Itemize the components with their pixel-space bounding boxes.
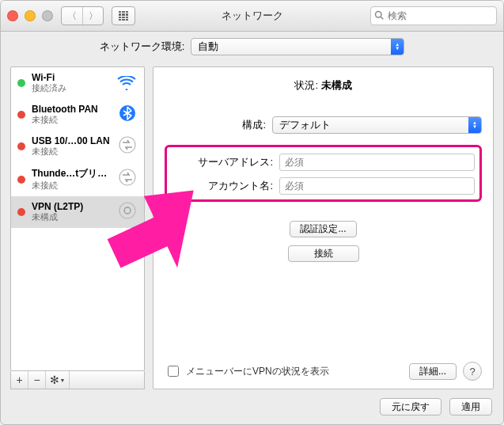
service-sidebar: Wi-Fi 接続済み Bluetooth PAN 未接続 <box>10 66 145 371</box>
help-icon: ? <box>469 366 475 378</box>
service-status: 未接続 <box>32 180 111 192</box>
detail-pane: 状況: 未構成 構成: デフォルト ▲▼ サーバアドレス: <box>153 66 494 389</box>
forward-button[interactable]: 〉 <box>82 7 103 25</box>
close-button[interactable] <box>7 10 18 21</box>
chevron-right-icon: 〉 <box>89 9 98 23</box>
help-button[interactable]: ? <box>463 362 482 381</box>
svg-point-4 <box>119 169 135 185</box>
account-name-label: アカウント名: <box>172 179 273 193</box>
action-buttons: 認証設定... 接続 <box>165 221 482 262</box>
svg-point-3 <box>119 137 135 153</box>
menubar-checkbox-label: メニューバーにVPNの状況を表示 <box>186 365 329 378</box>
status-dot <box>17 79 25 87</box>
service-name: VPN (L2TP) <box>32 201 111 212</box>
account-name-input[interactable] <box>279 177 475 195</box>
bluetooth-icon <box>117 104 138 126</box>
ethernet-icon <box>117 136 138 157</box>
status-dot <box>17 208 25 216</box>
sidebar-wrap: Wi-Fi 接続済み Bluetooth PAN 未接続 <box>10 66 145 389</box>
svg-point-5 <box>119 203 135 218</box>
search-icon <box>374 10 384 22</box>
svg-point-6 <box>124 207 131 214</box>
status-dot <box>17 142 25 150</box>
service-name: Wi-Fi <box>32 72 111 83</box>
highlighted-fields: サーバアドレス: アカウント名: <box>165 145 482 202</box>
minimize-button[interactable] <box>25 10 36 21</box>
config-row: 構成: デフォルト ▲▼ <box>165 116 482 134</box>
apply-button[interactable]: 適用 <box>449 398 492 416</box>
sidebar-footer: + − ✻▼ <box>10 371 145 389</box>
chevron-down-icon: ▼ <box>60 378 66 383</box>
location-select[interactable]: 自動 ▲▼ <box>191 38 404 55</box>
status-dot <box>17 111 25 119</box>
chevron-left-icon: 〈 <box>67 9 77 23</box>
config-label: 構成: <box>165 118 266 132</box>
detail-footer: メニューバーにVPNの状況を表示 詳細... ? <box>165 357 482 381</box>
service-item-usb-lan[interactable]: USB 10/…00 LAN 未接続 <box>11 131 144 162</box>
service-name: USB 10/…00 LAN <box>32 135 111 146</box>
bridge-icon <box>117 169 138 190</box>
nav-buttons: 〈 〉 <box>61 6 104 25</box>
network-window: 〈 〉 ネットワーク ネットワーク環境: 自動 ▲▼ <box>0 0 504 425</box>
remove-service-button[interactable]: − <box>28 371 46 389</box>
service-status: 未接続 <box>32 146 111 157</box>
revert-button[interactable]: 元に戻す <box>380 398 441 416</box>
svg-line-1 <box>381 17 383 19</box>
advanced-button[interactable]: 詳細... <box>409 363 457 380</box>
auth-settings-button[interactable]: 認証設定... <box>290 221 356 237</box>
service-item-vpn[interactable]: VPN (L2TP) 未構成 <box>11 196 144 228</box>
status-label: 状況: <box>294 79 318 91</box>
location-row: ネットワーク環境: 自動 ▲▼ <box>1 32 503 62</box>
traffic-lights <box>7 10 53 21</box>
wifi-icon <box>117 76 138 90</box>
grid-icon <box>119 11 128 21</box>
show-all-button[interactable] <box>112 6 135 25</box>
gear-icon: ✻ <box>50 374 59 386</box>
show-vpn-menubar-checkbox[interactable] <box>168 366 179 377</box>
location-label: ネットワーク環境: <box>100 40 185 54</box>
menubar-checkbox-row[interactable]: メニューバーにVPNの状況を表示 <box>165 363 329 379</box>
service-item-thunderbolt[interactable]: Thunde…tブリッジ 未接続 <box>11 162 144 196</box>
status-dot <box>17 176 25 184</box>
zoom-button <box>42 10 53 21</box>
status-row: 状況: 未構成 <box>165 78 482 93</box>
status-value: 未構成 <box>321 79 352 91</box>
service-status: 未構成 <box>32 212 111 223</box>
content: Wi-Fi 接続済み Bluetooth PAN 未接続 <box>1 62 503 389</box>
config-value: デフォルト <box>279 118 468 132</box>
add-service-button[interactable]: + <box>11 371 28 389</box>
service-item-wifi[interactable]: Wi-Fi 接続済み <box>11 67 144 99</box>
window-footer: 元に戻す 適用 <box>1 389 503 424</box>
service-status: 未接続 <box>32 115 111 126</box>
back-button[interactable]: 〈 <box>62 7 82 25</box>
chevron-updown-icon: ▲▼ <box>468 117 481 133</box>
service-name: Thunde…tブリッジ <box>32 167 111 180</box>
service-settings-button[interactable]: ✻▼ <box>46 371 70 389</box>
location-value: 自動 <box>198 40 391 54</box>
service-status: 接続済み <box>32 83 111 94</box>
server-address-input[interactable] <box>279 154 475 171</box>
search-input[interactable] <box>386 9 493 22</box>
service-name: Bluetooth PAN <box>32 104 111 115</box>
form: 構成: デフォルト ▲▼ サーバアドレス: アカウント名: <box>165 116 482 262</box>
titlebar: 〈 〉 ネットワーク <box>1 1 503 32</box>
chevron-updown-icon: ▲▼ <box>391 39 404 55</box>
svg-point-0 <box>376 11 382 17</box>
account-name-row: アカウント名: <box>172 177 475 195</box>
vpn-icon <box>117 202 138 223</box>
server-address-label: サーバアドレス: <box>172 155 273 169</box>
connect-button[interactable]: 接続 <box>288 245 359 262</box>
server-address-row: サーバアドレス: <box>172 154 475 171</box>
config-select[interactable]: デフォルト ▲▼ <box>272 116 482 134</box>
service-item-bluetooth[interactable]: Bluetooth PAN 未接続 <box>11 99 144 131</box>
search-field[interactable] <box>370 6 497 25</box>
